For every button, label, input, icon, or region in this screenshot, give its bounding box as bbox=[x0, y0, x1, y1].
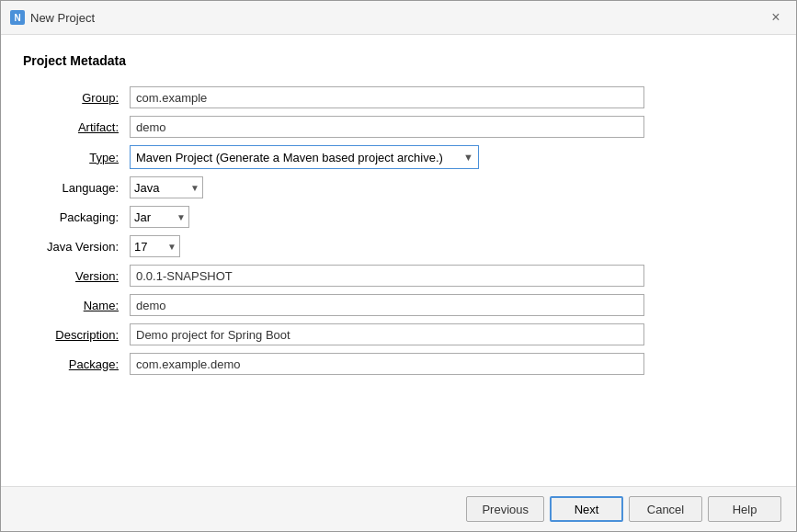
artifact-input[interactable] bbox=[130, 116, 644, 138]
java-version-select[interactable]: 8 11 17 21 bbox=[130, 235, 180, 257]
dialog-icon: N bbox=[10, 10, 25, 25]
type-select-wrapper: Maven Project (Generate a Maven based pr… bbox=[130, 145, 479, 169]
java-version-select-wrapper: 8 11 17 21 ▼ bbox=[130, 235, 180, 257]
packaging-select-wrapper: Jar War ▼ bbox=[130, 206, 189, 228]
previous-button[interactable]: Previous bbox=[466, 496, 544, 522]
close-button[interactable]: × bbox=[765, 6, 787, 28]
group-row: Group: bbox=[23, 83, 774, 112]
version-input[interactable] bbox=[130, 265, 644, 287]
package-row: Package: bbox=[23, 349, 774, 379]
artifact-field-cell bbox=[124, 112, 774, 141]
packaging-row: Packaging: Jar War ▼ bbox=[23, 202, 774, 232]
new-project-dialog: N New Project × Project Metadata Group: bbox=[0, 0, 797, 532]
version-field-cell bbox=[124, 261, 774, 290]
version-label-cell: Version: bbox=[23, 261, 124, 290]
java-version-field-cell: 8 11 17 21 ▼ bbox=[124, 232, 774, 261]
packaging-select[interactable]: Jar War bbox=[130, 206, 189, 228]
dialog-body: Project Metadata Group: Artifact: bbox=[1, 35, 796, 486]
type-select[interactable]: Maven Project (Generate a Maven based pr… bbox=[130, 145, 479, 169]
java-version-label-cell: Java Version: bbox=[23, 232, 124, 261]
packaging-label-cell: Packaging: bbox=[23, 202, 124, 232]
title-bar: N New Project × bbox=[1, 1, 796, 35]
dialog-footer: Previous Next Cancel Help bbox=[1, 486, 796, 531]
help-button[interactable]: Help bbox=[708, 496, 781, 522]
name-field-cell bbox=[124, 290, 774, 320]
next-button[interactable]: Next bbox=[550, 496, 623, 522]
packaging-field-cell: Jar War ▼ bbox=[124, 202, 774, 232]
type-field-cell: Maven Project (Generate a Maven based pr… bbox=[124, 141, 774, 173]
description-label-cell: Description: bbox=[23, 320, 124, 349]
language-label-cell: Language: bbox=[23, 173, 124, 202]
package-field-cell bbox=[124, 349, 774, 379]
language-field-cell: Java Kotlin Groovy ▼ bbox=[124, 173, 774, 202]
group-input[interactable] bbox=[130, 86, 644, 108]
language-row: Language: Java Kotlin Groovy ▼ bbox=[23, 173, 774, 202]
dialog-title: New Project bbox=[30, 11, 95, 25]
name-input[interactable] bbox=[130, 294, 644, 316]
name-label-cell: Name: bbox=[23, 290, 124, 320]
section-title: Project Metadata bbox=[23, 53, 774, 68]
artifact-row: Artifact: bbox=[23, 112, 774, 141]
java-version-row: Java Version: 8 11 17 21 ▼ bbox=[23, 232, 774, 261]
type-label-cell: Type: bbox=[23, 141, 124, 173]
package-label-cell: Package: bbox=[23, 349, 124, 379]
form-table: Group: Artifact: bbox=[23, 83, 774, 379]
group-label: Group: bbox=[23, 83, 124, 112]
version-row: Version: bbox=[23, 261, 774, 290]
group-field-cell bbox=[124, 83, 774, 112]
description-input[interactable] bbox=[130, 323, 644, 345]
package-input[interactable] bbox=[130, 353, 644, 375]
cancel-button[interactable]: Cancel bbox=[629, 496, 702, 522]
name-row: Name: bbox=[23, 290, 774, 320]
description-field-cell bbox=[124, 320, 774, 349]
artifact-label: Artifact: bbox=[23, 112, 124, 141]
type-row: Type: Maven Project (Generate a Maven ba… bbox=[23, 141, 774, 173]
title-bar-left: N New Project bbox=[10, 10, 95, 25]
description-row: Description: bbox=[23, 320, 774, 349]
language-select-wrapper: Java Kotlin Groovy ▼ bbox=[130, 176, 203, 198]
language-select[interactable]: Java Kotlin Groovy bbox=[130, 176, 203, 198]
